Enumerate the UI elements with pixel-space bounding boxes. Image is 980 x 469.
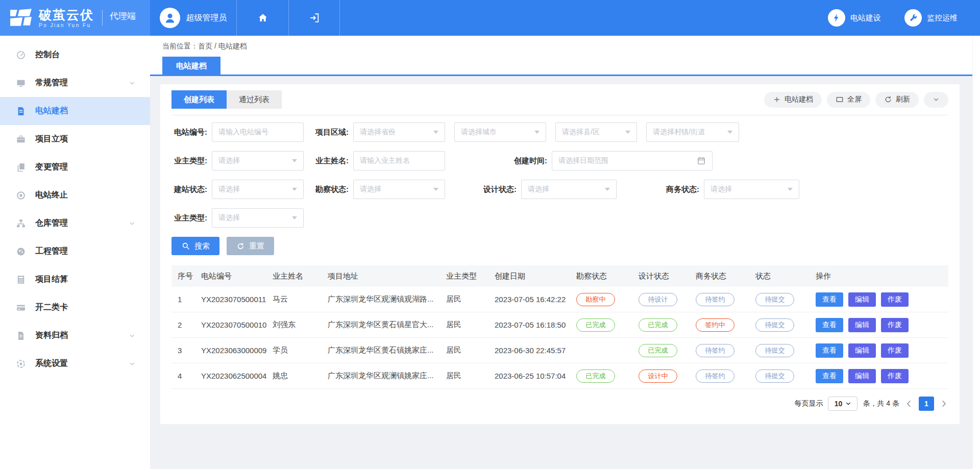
filter-label: 建站状态:	[172, 185, 207, 194]
prev-page-button[interactable]	[904, 399, 914, 408]
void-button[interactable]: 作废	[881, 343, 909, 358]
filter-label: 业主姓名:	[313, 156, 349, 166]
owner-type2-select[interactable]: 请选择	[212, 208, 304, 228]
edit-button[interactable]: 编辑	[848, 369, 876, 383]
app-header: 破茧云伏 Po Jian Yun Fu 代理端 超级管理员 电站建设 监控运维	[0, 0, 980, 36]
sidebar-item-general[interactable]: 常规管理	[0, 69, 150, 97]
city-select[interactable]: 请选择城市	[454, 122, 546, 142]
owner-type-select[interactable]: 请选择	[212, 151, 304, 170]
void-button[interactable]: 作废	[881, 292, 909, 307]
view-button[interactable]: 查看	[816, 369, 843, 383]
sidebar-item-engineering[interactable]: 工程管理	[0, 237, 150, 265]
create-time-date-input[interactable]: 请选择日期范围	[552, 151, 713, 170]
void-button[interactable]: 作废	[881, 318, 909, 332]
tab-passed-list[interactable]: 通过列表	[227, 90, 282, 109]
owner-name: 姚忠	[266, 371, 322, 381]
reset-icon	[236, 242, 245, 251]
sidebar-item-settlement[interactable]: 项目结算	[0, 265, 150, 293]
project-address: 广东深圳龙华区观澜镇姚家庄...	[322, 371, 440, 381]
next-page-button[interactable]	[939, 399, 948, 408]
province-select[interactable]: 请选择省份	[353, 122, 445, 142]
view-button[interactable]: 查看	[816, 292, 843, 307]
column-header: 操作	[810, 271, 948, 281]
owner-name-input[interactable]: 请输入业主姓名	[353, 151, 445, 170]
row-index: 4	[172, 372, 195, 380]
per-page-select[interactable]: 10	[828, 397, 857, 411]
toolbar-refresh-button[interactable]: 刷新	[875, 92, 919, 108]
placeholder-text: 请选择县/区	[562, 128, 621, 137]
survey-status-select[interactable]: 请选择	[353, 180, 445, 199]
station-code: YX2023070500011	[195, 295, 266, 304]
stations-table: 序号电站编号业主姓名项目地址业主类型创建日期勘察状态设计状态商务状态状态操作 1…	[172, 265, 948, 389]
fullscreen-icon	[836, 95, 844, 104]
sidebar-item-docs[interactable]: 资料归档	[0, 322, 150, 350]
edit-button[interactable]: 编辑	[848, 292, 876, 307]
design-status-select[interactable]: 请选择	[521, 180, 617, 199]
search-button[interactable]: 搜索	[172, 237, 219, 255]
filter-label: 业主类型:	[172, 213, 207, 223]
toolbar-fullscreen-button[interactable]: 全屏	[827, 92, 870, 108]
sidebar-item-warehouse[interactable]: 仓库管理	[0, 209, 150, 237]
home-button[interactable]	[237, 0, 289, 36]
district-select[interactable]: 请选择县/区	[555, 122, 637, 142]
page-tab[interactable]: 电站建档	[162, 57, 220, 75]
placeholder-text: 请选择城市	[461, 128, 530, 137]
sidebar-item-terminate[interactable]: 电站终止	[0, 181, 150, 209]
sign-in-icon	[309, 12, 320, 23]
view-button[interactable]: 查看	[816, 318, 843, 332]
avatar	[160, 8, 180, 28]
station-code-input[interactable]: 请输入电站编号	[212, 122, 304, 142]
column-header: 勘察状态	[570, 271, 632, 281]
sidebar-item-card2[interactable]: 开二类卡	[0, 293, 150, 322]
sidebar-item-archive[interactable]: 电站建档	[0, 97, 150, 125]
filter-group-city: 请选择城市	[454, 122, 546, 142]
record-icon	[15, 190, 27, 201]
business-status-select[interactable]: 请选择	[704, 180, 799, 199]
filter-group-owner_type: 业主类型: 请选择	[172, 151, 304, 170]
created-date: 2023-06-30 22:45:57	[488, 346, 570, 355]
town-select[interactable]: 请选择村镇/街道	[646, 122, 739, 142]
sidebar-item-console[interactable]: 控制台	[0, 41, 150, 69]
row-index: 2	[172, 320, 195, 329]
chevron-down-icon	[127, 332, 138, 339]
chevron-down-icon	[127, 360, 138, 367]
toolbar-collapse-button[interactable]	[924, 92, 948, 108]
void-button[interactable]: 作废	[881, 369, 909, 383]
tab-create-list[interactable]: 创建列表	[172, 90, 227, 109]
header-action-station-build[interactable]: 电站建设	[828, 9, 881, 27]
sidebar-item-label: 变更管理	[35, 162, 68, 172]
filter-group-owner_name: 业主姓名: 请输入业主姓名	[313, 151, 445, 170]
filter-label: 项目区域:	[313, 128, 349, 137]
filter-label: 电站编号:	[172, 128, 207, 137]
view-button[interactable]: 查看	[816, 343, 843, 358]
actions-cell: 查看编辑作废	[810, 292, 948, 307]
reset-button[interactable]: 重置	[227, 237, 274, 255]
actions-cell: 查看编辑作废	[810, 369, 948, 383]
scrollbar-track[interactable]	[972, 36, 980, 469]
sidebar-item-project[interactable]: 项目立项	[0, 125, 150, 153]
owner-type: 居民	[440, 371, 488, 381]
current-page[interactable]: 1	[919, 397, 934, 411]
build-status-select[interactable]: 请选择	[212, 180, 304, 199]
project-address: 广东深圳龙华区观澜镇观湖路...	[322, 294, 440, 304]
row-index: 3	[172, 346, 195, 355]
toolbar-new-station-button[interactable]: 电站建档	[764, 92, 822, 108]
user-menu[interactable]: 超级管理员	[150, 0, 237, 36]
app-logo[interactable]: 破茧云伏 Po Jian Yun Fu 代理端	[0, 0, 150, 36]
filter-group-town: 请选择村镇/街道	[646, 122, 739, 142]
logout-button[interactable]	[289, 0, 340, 36]
edit-button[interactable]: 编辑	[848, 343, 876, 358]
logo-mark-icon	[9, 9, 33, 27]
header-action-monitor-ops[interactable]: 监控运维	[904, 9, 958, 27]
edit-button[interactable]: 编辑	[848, 318, 876, 332]
column-header: 业主姓名	[266, 271, 322, 281]
column-header: 项目地址	[322, 271, 440, 281]
sidebar-item-system[interactable]: 系统设置	[0, 350, 150, 378]
design-status-pill: 已完成	[639, 318, 677, 332]
briefcase-icon	[15, 134, 27, 144]
chevron-down-icon	[127, 80, 138, 87]
sidebar-item-label: 资料归档	[35, 330, 68, 341]
owner-type: 居民	[440, 294, 488, 304]
sidebar-item-change[interactable]: 变更管理	[0, 153, 150, 181]
toolbar-button-label: 刷新	[896, 95, 910, 104]
